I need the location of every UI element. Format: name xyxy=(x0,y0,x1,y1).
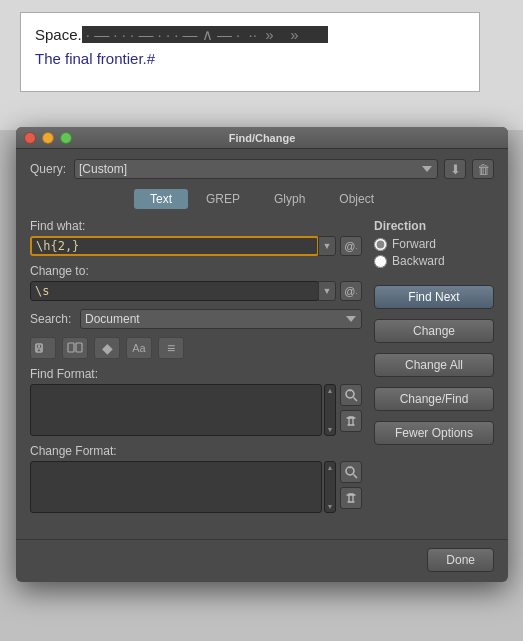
right-panel: Direction Forward Backward Find Next Cha… xyxy=(374,219,494,521)
doc-line2: The final frontier.# xyxy=(35,47,465,71)
find-next-button[interactable]: Find Next xyxy=(374,285,494,309)
search-row: Search: Document xyxy=(30,309,362,329)
maximize-button[interactable] xyxy=(60,132,72,144)
search-label: Search: xyxy=(30,312,74,326)
change-format-side-btns xyxy=(340,461,362,509)
backward-radio[interactable] xyxy=(374,255,387,268)
change-format-box-row: ▲ ▼ xyxy=(30,461,362,513)
done-button[interactable]: Done xyxy=(427,548,494,572)
find-what-input[interactable] xyxy=(30,236,319,256)
dialog-body: Query: [Custom] ⬇ 🗑 Text GREP Glyph Obje… xyxy=(16,149,508,535)
change-format-label: Change Format: xyxy=(30,444,362,458)
forward-radio-row: Forward xyxy=(374,237,494,251)
find-format-scroll-up[interactable]: ▲ xyxy=(327,387,334,394)
change-format-scroll-up[interactable]: ▲ xyxy=(327,464,334,471)
query-select[interactable]: [Custom] xyxy=(74,159,438,179)
close-button[interactable] xyxy=(24,132,36,144)
change-to-dropdown[interactable]: ▼ xyxy=(318,281,336,301)
dialog-title: Find/Change xyxy=(229,132,296,144)
change-format-delete-btn[interactable] xyxy=(340,487,362,509)
toolbar-icons: ◆ Aa ≡ xyxy=(30,337,362,359)
change-format-box xyxy=(30,461,322,513)
find-change-dialog: Find/Change Query: [Custom] ⬇ 🗑 Text GRE… xyxy=(16,127,508,582)
document-content: Space. · — · · · — · · · — ∧ — · ·· » » … xyxy=(20,12,480,92)
find-what-label: Find what: xyxy=(30,219,362,233)
change-format-search-btn[interactable] xyxy=(340,461,362,483)
direction-section: Direction Forward Backward xyxy=(374,219,494,271)
find-format-box xyxy=(30,384,322,436)
doc-line2-text: The final frontier. xyxy=(35,50,147,67)
svg-rect-2 xyxy=(68,343,74,352)
find-format-search-btn[interactable] xyxy=(340,384,362,406)
tabs-row: Text GREP Glyph Object xyxy=(30,189,494,209)
whole-word-icon[interactable] xyxy=(62,337,88,359)
find-format-box-row: ▲ ▼ xyxy=(30,384,362,436)
change-format-scroll-down[interactable]: ▼ xyxy=(327,503,334,510)
find-format-label: Find Format: xyxy=(30,367,362,381)
document-area: Space. · — · · · — · · · — ∧ — · ·· » » … xyxy=(0,0,523,130)
done-row: Done xyxy=(16,539,508,582)
change-to-label: Change to: xyxy=(30,264,362,278)
title-bar: Find/Change xyxy=(16,127,508,149)
find-format-side-btns xyxy=(340,384,362,432)
change-to-row: ▼ @. xyxy=(30,281,362,301)
other-options-icon[interactable]: Aa xyxy=(126,337,152,359)
save-query-button[interactable]: ⬇ xyxy=(444,159,466,179)
doc-line1: Space. · — · · · — · · · — ∧ — · ·· » » xyxy=(35,23,465,47)
case-sensitive-icon[interactable] xyxy=(30,337,56,359)
left-panel: Find what: ▼ @. Change to: ▼ @. Search: xyxy=(30,219,362,521)
change-to-input[interactable] xyxy=(30,281,319,301)
change-to-special-btn[interactable]: @. xyxy=(340,281,362,301)
doc-hash: # xyxy=(147,50,155,67)
change-find-button[interactable]: Change/Find xyxy=(374,387,494,411)
direction-label: Direction xyxy=(374,219,494,233)
change-all-button[interactable]: Change All xyxy=(374,353,494,377)
change-button[interactable]: Change xyxy=(374,319,494,343)
forward-label[interactable]: Forward xyxy=(392,237,436,251)
find-format-scroll-down[interactable]: ▼ xyxy=(327,426,334,433)
main-content: Find what: ▼ @. Change to: ▼ @. Search: xyxy=(30,219,494,521)
find-what-row: ▼ @. xyxy=(30,236,362,256)
find-what-dropdown[interactable]: ▼ xyxy=(318,236,336,256)
search-select[interactable]: Document xyxy=(80,309,362,329)
doc-highlighted-text: · — · · · — · · · — ∧ — · ·· » » xyxy=(82,26,328,43)
minimize-button[interactable] xyxy=(42,132,54,144)
backward-radio-row: Backward xyxy=(374,254,494,268)
fewer-options-button[interactable]: Fewer Options xyxy=(374,421,494,445)
svg-rect-3 xyxy=(76,343,82,352)
tab-text[interactable]: Text xyxy=(134,189,188,209)
query-label: Query: xyxy=(30,162,68,176)
tab-glyph[interactable]: Glyph xyxy=(258,189,321,209)
backward-label[interactable]: Backward xyxy=(392,254,445,268)
window-controls xyxy=(24,132,72,144)
change-format-section: Change Format: ▲ ▼ xyxy=(30,444,362,513)
doc-line1-text: Space. xyxy=(35,26,82,43)
svg-line-5 xyxy=(354,398,358,402)
svg-line-8 xyxy=(354,475,358,479)
include-locked-icon[interactable]: ≡ xyxy=(158,337,184,359)
trash-icon: 🗑 xyxy=(477,162,490,177)
forward-radio[interactable] xyxy=(374,238,387,251)
wrap-around-icon[interactable]: ◆ xyxy=(94,337,120,359)
tab-grep[interactable]: GREP xyxy=(190,189,256,209)
save-icon: ⬇ xyxy=(450,162,461,177)
find-format-section: Find Format: ▲ ▼ xyxy=(30,367,362,436)
delete-query-button[interactable]: 🗑 xyxy=(472,159,494,179)
find-what-special-btn[interactable]: @. xyxy=(340,236,362,256)
query-row: Query: [Custom] ⬇ 🗑 xyxy=(30,159,494,179)
find-format-delete-btn[interactable] xyxy=(340,410,362,432)
tab-object[interactable]: Object xyxy=(323,189,390,209)
